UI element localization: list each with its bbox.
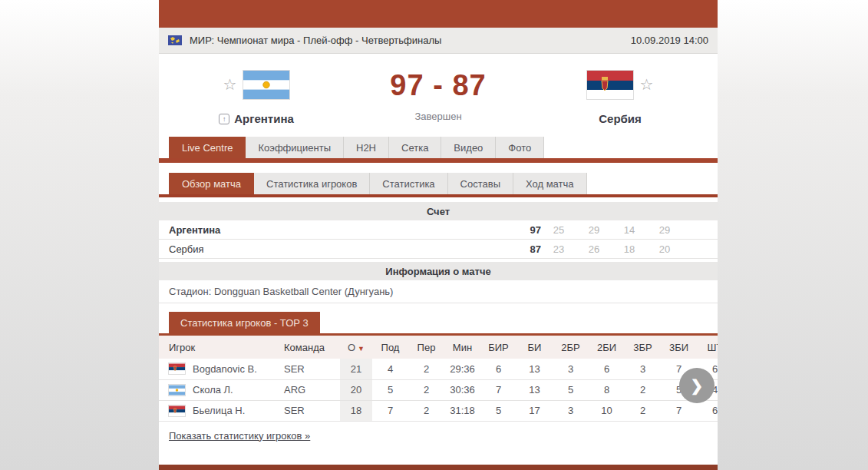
stat-points: 21 bbox=[340, 359, 372, 379]
home-team-name: ↑ Аргентина bbox=[219, 112, 294, 125]
score-row-away: Сербия 87 23 26 18 20 bbox=[159, 240, 718, 259]
world-league-icon bbox=[168, 35, 182, 45]
sub-tabs: Обзор матча Статистика игроков Статистик… bbox=[159, 173, 718, 194]
argentina-flag bbox=[243, 71, 289, 99]
quarter-score: 23 bbox=[541, 243, 576, 255]
tab-live-centre[interactable]: Live Centre bbox=[169, 137, 246, 158]
col-bir[interactable]: БИР bbox=[480, 336, 517, 359]
show-player-stats-link[interactable]: Показать статистику игроков » bbox=[169, 430, 310, 442]
serbia-flag-icon bbox=[169, 405, 185, 416]
score-row-team: Сербия bbox=[159, 243, 515, 255]
serbia-flag-icon bbox=[169, 363, 185, 374]
stats-header-row: Игрок Команда О▼ Под Пер Мин БИР БИ 2БР … bbox=[159, 336, 718, 359]
col-team[interactable]: Команда bbox=[274, 336, 340, 359]
tab-odds[interactable]: Коэффициенты bbox=[246, 137, 344, 158]
col-ft[interactable]: ШТ bbox=[697, 336, 718, 359]
match-datetime: 10.09.2019 14:00 bbox=[631, 35, 708, 46]
player-name: Скола Л. bbox=[193, 384, 233, 396]
quarter-score: 29 bbox=[576, 224, 612, 236]
stat-points: 18 bbox=[340, 400, 372, 421]
player-team: SER bbox=[274, 400, 340, 421]
away-team-block: ☆ Сербия bbox=[523, 69, 718, 125]
stadium-info: Стадион: Dongguan Basketball Center (Дун… bbox=[159, 280, 718, 303]
favorite-star-icon-away[interactable]: ☆ bbox=[640, 77, 654, 92]
player-team: SER bbox=[274, 359, 340, 379]
col-assists[interactable]: Пер bbox=[408, 336, 444, 359]
player-name: Bogdanovic B. bbox=[193, 363, 257, 375]
player-row[interactable]: Bogdanovic B. SER 21 4 2 29:36 6 13 3 6 … bbox=[159, 359, 718, 379]
tab-photo[interactable]: Фото bbox=[496, 137, 544, 158]
col-bi[interactable]: БИ bbox=[517, 336, 553, 359]
col-2br[interactable]: 2БР bbox=[553, 336, 589, 359]
stat-points: 20 bbox=[340, 379, 372, 400]
score-row-total: 87 bbox=[515, 243, 541, 255]
info-section-title: Информация о матче bbox=[159, 262, 718, 280]
table-scroll-next-button[interactable]: ❯ bbox=[679, 368, 715, 403]
col-3br[interactable]: 3БР bbox=[625, 336, 661, 359]
player-row[interactable]: Скола Л. ARG 20 5 2 30:36 7 13 5 8 2 5 4 bbox=[159, 379, 718, 400]
col-points-sorted[interactable]: О▼ bbox=[340, 336, 372, 359]
col-2bi[interactable]: 2БИ bbox=[589, 336, 625, 359]
sort-desc-icon: ▼ bbox=[358, 345, 365, 352]
advance-arrow-icon: ↑ bbox=[219, 114, 229, 124]
home-team-block: ☆ ↑ Аргентина bbox=[159, 69, 354, 125]
top-banner-bar bbox=[159, 0, 718, 28]
tab-draw[interactable]: Сетка bbox=[389, 137, 441, 158]
final-score: 97 - 87 bbox=[390, 69, 486, 101]
quarter-score: 26 bbox=[576, 243, 612, 255]
player-team: ARG bbox=[274, 379, 340, 400]
favorite-star-icon-home[interactable]: ☆ bbox=[223, 77, 237, 92]
col-player[interactable]: Игрок bbox=[159, 336, 274, 359]
tab-match-summary[interactable]: Обзор матча bbox=[169, 173, 254, 194]
main-tabs: Live Centre Коэффициенты H2H Сетка Видео… bbox=[159, 137, 718, 158]
col-rebounds[interactable]: Под bbox=[372, 336, 408, 359]
tab-h2h[interactable]: H2H bbox=[344, 137, 389, 158]
content-column: МИР: Чемпионат мира - Плей-офф - Четверт… bbox=[159, 0, 718, 470]
away-team-name: Сербия bbox=[599, 112, 642, 125]
argentina-flag-icon bbox=[169, 385, 185, 396]
score-row-team: Аргентина bbox=[159, 224, 515, 236]
col-minutes[interactable]: Мин bbox=[444, 336, 480, 359]
score-block: 97 - 87 Завершен bbox=[354, 69, 523, 122]
player-name: Бьелица Н. bbox=[193, 405, 245, 416]
player-stats-table: Игрок Команда О▼ Под Пер Мин БИР БИ 2БР … bbox=[159, 336, 718, 422]
score-row-total: 97 bbox=[515, 224, 541, 236]
bottom-banner-bar bbox=[159, 465, 718, 470]
quarter-score: 20 bbox=[647, 243, 682, 255]
quarter-score: 29 bbox=[647, 224, 682, 236]
score-row-home: Аргентина 97 25 29 14 29 bbox=[159, 220, 718, 240]
tab-match-history[interactable]: Ход матча bbox=[513, 173, 587, 194]
match-header: ☆ ↑ Аргентина 97 - 87 Завершен bbox=[159, 54, 718, 137]
col-3bi[interactable]: 3БИ bbox=[661, 336, 697, 359]
page-background: МИР: Чемпионат мира - Плей-офф - Четверт… bbox=[0, 0, 868, 470]
chevron-right-icon: ❯ bbox=[691, 378, 704, 393]
match-status: Завершен bbox=[414, 111, 461, 122]
quarter-score: 18 bbox=[612, 243, 647, 255]
tab-player-stats[interactable]: Статистика игроков bbox=[254, 173, 370, 194]
score-section-title: Счет bbox=[159, 202, 718, 220]
quarter-score: 14 bbox=[612, 224, 647, 236]
serbia-flag bbox=[587, 71, 633, 99]
tab-video[interactable]: Видео bbox=[441, 137, 496, 158]
league-breadcrumb-bar: МИР: Чемпионат мира - Плей-офф - Четверт… bbox=[159, 28, 718, 54]
top3-stats-title: Статистика игроков - ТОР 3 bbox=[169, 312, 320, 333]
breadcrumb[interactable]: МИР: Чемпионат мира - Плей-офф - Четверт… bbox=[190, 35, 631, 46]
tab-lineups[interactable]: Составы bbox=[448, 173, 513, 194]
tab-statistics[interactable]: Статистика bbox=[370, 173, 447, 194]
player-row[interactable]: Бьелица Н. SER 18 7 2 31:18 5 17 3 10 2 … bbox=[159, 400, 718, 421]
quarter-score: 25 bbox=[541, 224, 576, 236]
